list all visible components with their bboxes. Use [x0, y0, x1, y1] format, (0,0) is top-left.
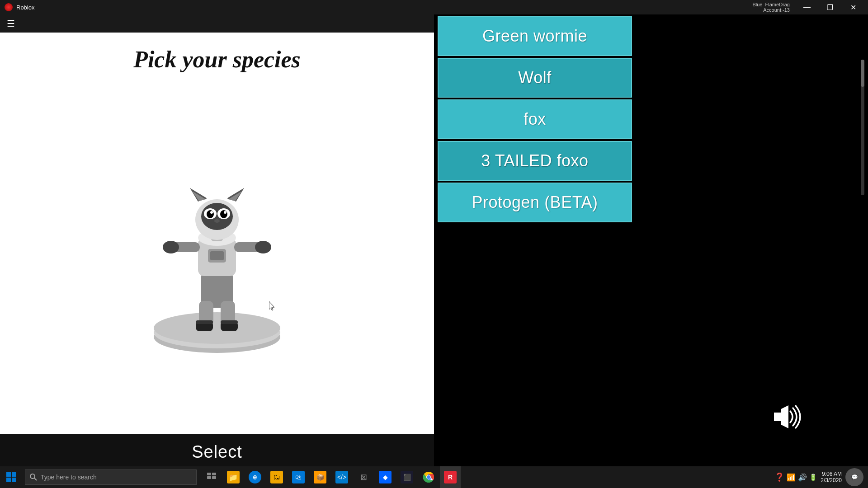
pick-species-title: Pick your species [133, 46, 301, 73]
svg-point-2 [154, 312, 280, 344]
svg-rect-31 [6, 472, 11, 477]
taskbar-app-blue[interactable]: ⬛ [396, 466, 417, 488]
select-button[interactable]: Select [0, 434, 434, 470]
svg-rect-9 [221, 320, 238, 324]
svg-rect-37 [207, 473, 211, 475]
system-clock[interactable]: 9:06 AM 2/3/2020 [821, 471, 842, 483]
task-view-icon [207, 472, 217, 482]
svg-rect-34 [12, 478, 16, 482]
species-label: Protogen (BETA) [472, 193, 598, 212]
species-label: Green wormie [482, 27, 587, 46]
character-figure [131, 163, 303, 353]
svg-point-25 [214, 219, 220, 223]
character-display [0, 82, 434, 434]
taskbar-chrome[interactable] [418, 466, 439, 488]
windows-logo-icon [6, 472, 17, 483]
wifi-icon[interactable]: 📶 [787, 473, 796, 482]
species-item-wolf[interactable]: Wolf [438, 58, 632, 98]
svg-point-44 [427, 475, 430, 479]
taskbar-store[interactable]: 🛍 [288, 466, 309, 488]
title-bar: Roblox Blue_FlameDrag Account:-13 — ❐ ✕ [0, 0, 868, 14]
select-label: Select [192, 442, 242, 462]
svg-line-36 [34, 478, 37, 480]
volume-area[interactable] [773, 404, 805, 429]
svg-point-24 [224, 211, 226, 214]
taskbar-dropbox2[interactable]: ◆ [375, 466, 396, 488]
scroll-track [861, 60, 864, 195]
taskbar-right-icons: ❓ 📶 🔊 🔋 [774, 472, 817, 482]
species-list: Green wormie Wolf fox 3 TAILED foxo Prot… [434, 14, 868, 224]
svg-rect-38 [212, 473, 216, 475]
account-name: Blue_FlameDrag [752, 2, 790, 7]
taskbar-amazon[interactable]: 📦 [310, 466, 330, 488]
svg-rect-33 [6, 478, 11, 482]
svg-rect-27 [210, 251, 224, 260]
account-suffix: Account:-13 [752, 7, 790, 13]
search-bar[interactable]: Type here to search [25, 469, 197, 485]
title-bar-left: Roblox [5, 3, 34, 11]
left-panel: ☰ Pick your species [0, 14, 434, 470]
battery-icon[interactable]: 🔋 [809, 474, 817, 481]
taskbar-dropbox[interactable]: ⊠ [353, 466, 374, 488]
species-item-green-wormie[interactable]: Green wormie [438, 16, 632, 56]
clock-time: 9:06 AM [821, 471, 842, 477]
start-button[interactable] [0, 466, 23, 488]
taskbar-file-explorer[interactable]: 📁 [223, 466, 244, 488]
title-bar-right: Blue_FlameDrag Account:-13 — ❐ ✕ [752, 0, 863, 14]
svg-rect-40 [212, 476, 216, 479]
volume-tray-icon[interactable]: 🔊 [798, 473, 807, 482]
search-icon [30, 474, 37, 481]
species-item-fox[interactable]: fox [438, 99, 632, 139]
title-text: Roblox [16, 4, 34, 11]
maximize-button[interactable]: ❐ [820, 0, 840, 14]
main-container: ☰ Pick your species [0, 14, 868, 470]
account-info: Blue_FlameDrag Account:-13 [752, 2, 790, 13]
svg-point-35 [30, 474, 35, 479]
volume-icon [773, 404, 805, 429]
taskbar-task-view[interactable] [201, 466, 222, 488]
chrome-icon [423, 472, 434, 483]
search-placeholder: Type here to search [41, 474, 97, 481]
svg-point-21 [207, 210, 214, 218]
species-item-protogen[interactable]: Protogen (BETA) [438, 183, 632, 222]
species-item-3-tailed-foxo[interactable]: 3 TAILED foxo [438, 141, 632, 181]
taskbar: Type here to search 📁 e [0, 466, 868, 488]
svg-rect-39 [207, 476, 211, 479]
svg-point-15 [255, 241, 271, 253]
taskbar-icons: 📁 e 🗂 🛍 📦 < [201, 466, 461, 488]
hamburger-menu[interactable]: ☰ [7, 18, 15, 29]
svg-point-22 [220, 210, 227, 218]
svg-rect-28 [774, 413, 781, 421]
taskbar-vscode[interactable]: </> [331, 466, 352, 488]
clock-date: 2/3/2020 [821, 477, 842, 483]
game-area: Pick your species [0, 33, 434, 434]
taskbar-explorer[interactable]: 🗂 [266, 466, 287, 488]
svg-rect-32 [12, 472, 16, 477]
character-svg-container [131, 163, 303, 353]
species-label: Wolf [518, 68, 551, 87]
game-header: ☰ [0, 14, 434, 33]
system-tray: ❓ 📶 🔊 🔋 9:06 AM 2/3/2020 💬 [774, 468, 868, 486]
species-label: fox [524, 110, 546, 129]
notification-area[interactable]: 💬 [845, 468, 863, 486]
svg-point-23 [210, 211, 213, 214]
right-panel: Green wormie Wolf fox 3 TAILED foxo Prot… [434, 14, 868, 470]
app-icon [5, 3, 13, 11]
svg-rect-8 [196, 320, 213, 324]
species-label: 3 TAILED foxo [481, 151, 588, 170]
svg-point-14 [163, 241, 179, 253]
svg-marker-29 [781, 405, 788, 428]
close-button[interactable]: ✕ [843, 0, 863, 14]
taskbar-roblox[interactable]: R [440, 466, 461, 488]
minimize-button[interactable]: — [797, 0, 817, 14]
scroll-thumb[interactable] [861, 60, 864, 87]
question-icon[interactable]: ❓ [774, 472, 784, 482]
taskbar-edge[interactable]: e [245, 466, 265, 488]
